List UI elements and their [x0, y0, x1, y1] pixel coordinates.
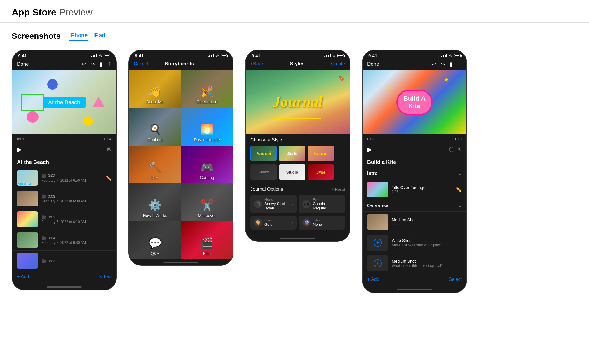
- clip-info-2: 🎥 0:03 February 7, 2022 at 6:00 AM: [41, 194, 111, 203]
- bookmark-icon[interactable]: 🔖: [338, 74, 345, 81]
- intro-section-header[interactable]: Intro ⌄: [363, 168, 466, 179]
- tab-ipad[interactable]: iPad: [93, 32, 105, 41]
- phone-4-build-a-kite: 9:41 ⊜ Done ↩ ↪ ▮: [362, 50, 467, 293]
- app-store-subtitle: Preview: [59, 7, 93, 18]
- sb-celebration[interactable]: 🎉 Celebration: [181, 70, 233, 108]
- sb-label-qa: Q&A: [151, 251, 159, 256]
- create-button[interactable]: Create: [331, 61, 345, 66]
- style-charm[interactable]: Charm: [308, 146, 334, 161]
- sb-makeover[interactable]: ✂️ Makeover: [181, 183, 233, 221]
- back-button[interactable]: ‹ Back: [250, 61, 264, 66]
- share-icon[interactable]: ⇧: [107, 61, 111, 67]
- expand-icon-1[interactable]: ⇱: [107, 146, 111, 153]
- home-bar-4: [397, 289, 432, 290]
- journal-options: Journal Options ↺Reset 🎵 Music Snowy Str…: [250, 183, 345, 230]
- sticker-pink: [27, 111, 39, 123]
- style-active[interactable]: Active: [250, 164, 277, 180]
- play-button-1[interactable]: ▶: [17, 146, 22, 153]
- style-journal[interactable]: Journal: [250, 146, 277, 161]
- sb-diy[interactable]: 🔨 DIY: [129, 146, 181, 183]
- music-value: Snowy Stroll Down...: [264, 202, 290, 210]
- home-bar-1: [47, 286, 82, 288]
- add-button-1[interactable]: + Add: [17, 274, 29, 279]
- sb-qa[interactable]: 💬 Q&A: [129, 221, 181, 259]
- clip-date-3: February 7, 2022 at 6:10 AM: [41, 220, 111, 224]
- clip-list-1: At the Beach 🎥 0:03 February 7, 2022 at …: [12, 168, 116, 271]
- play-button-4[interactable]: ▶: [367, 146, 372, 153]
- intro-edit-icon-1[interactable]: ✏️: [456, 187, 462, 192]
- cancel-button[interactable]: Cancel: [134, 61, 148, 66]
- sb-about-me[interactable]: 👋 About Me: [129, 70, 181, 108]
- intro-clip-duration-1: 0:05: [392, 190, 452, 194]
- status-icons-2: ⊜: [208, 53, 227, 58]
- overview-section-header[interactable]: Overview ⌄: [363, 200, 466, 212]
- expand-icon-4[interactable]: ⇱: [457, 146, 462, 153]
- options-title: Journal Options: [250, 187, 283, 192]
- style-2[interactable]: Burlé: [279, 146, 305, 161]
- clip-thumb-4: [17, 232, 38, 248]
- fullscreen-icon[interactable]: ▮: [100, 61, 102, 67]
- kite-video: Build A Kite ★ ✦: [363, 70, 466, 134]
- style-studio[interactable]: Studio: [279, 164, 305, 180]
- overview-clip-title-2: Wide Shot: [392, 238, 462, 243]
- app-store-title: App Store: [12, 7, 56, 18]
- undo-icon-4[interactable]: ↩: [432, 61, 436, 67]
- clip-meta-5: 🎥 0:03: [41, 259, 111, 263]
- about-me-icon: 👋: [149, 85, 162, 98]
- video-icon-2: 🎥: [41, 194, 46, 199]
- tab-iphone[interactable]: iPhone: [69, 32, 88, 41]
- option-filter[interactable]: 🔮 Filter None ›: [299, 216, 345, 230]
- redo-icon[interactable]: ↪: [90, 61, 95, 67]
- gaming-icon: 🎮: [201, 161, 214, 174]
- phones-row: 9:41 ⊜ Done ↩ ↪ ▮: [12, 50, 577, 293]
- sb-label-diy: DIY: [151, 175, 158, 180]
- star-icon-2: ✦: [386, 85, 391, 92]
- beach-text-label[interactable]: At the Beach: [43, 97, 86, 108]
- color-icon: 🎨: [254, 218, 262, 227]
- signal-bar-2: [93, 55, 94, 57]
- add-button-4[interactable]: + Add: [367, 277, 379, 282]
- undo-icon[interactable]: ↩: [81, 61, 86, 67]
- sb-day-in-life[interactable]: 🌅 Day in the Life: [181, 108, 233, 146]
- reset-button[interactable]: ↺Reset: [332, 187, 345, 192]
- status-time-4: 9:41: [368, 53, 377, 58]
- clip-edit-1[interactable]: ✏️: [106, 175, 111, 181]
- fullscreen-icon-4[interactable]: ▮: [450, 61, 453, 67]
- style-slide[interactable]: Slide: [308, 164, 334, 180]
- timeline-bar-1[interactable]: [27, 139, 101, 139]
- overview-clip-subtitle-2: Show a view of your workspace.: [392, 243, 462, 247]
- redo-icon-4[interactable]: ↪: [441, 61, 445, 67]
- select-button-1[interactable]: Select: [99, 274, 111, 279]
- done-button-1[interactable]: Done: [17, 61, 29, 67]
- option-font[interactable]: Aa Font Canela Regular ›: [299, 195, 345, 213]
- done-button-4[interactable]: Done: [367, 61, 379, 67]
- option-color[interactable]: 🎨 Color Gold ›: [250, 216, 297, 230]
- sb-label-cooking: Cooking: [147, 137, 162, 142]
- clip-duration-4: 0:04: [48, 236, 55, 240]
- time-end-1: 0:24: [104, 137, 111, 141]
- sb-film[interactable]: 🎬 Film: [181, 221, 233, 259]
- home-indicator-1: [12, 284, 116, 290]
- battery-icon-1: [104, 54, 110, 57]
- share-icon-4[interactable]: ⇧: [457, 61, 462, 67]
- storyboards-title: Storyboards: [165, 61, 194, 67]
- video-icon-5: 🎥: [41, 259, 46, 263]
- sb-cooking[interactable]: 🍳 Cooking: [129, 108, 181, 146]
- options-header: Journal Options ↺Reset: [250, 187, 345, 192]
- select-button-4[interactable]: Select: [449, 277, 462, 282]
- screenshots-section: Screenshots iPhone iPad 9:41 ⊜: [0, 23, 589, 302]
- video-timeline-4: 0:02 1:10: [363, 134, 466, 144]
- option-text-filter: Filter None: [313, 218, 338, 227]
- video-icon-3: 🎥: [41, 215, 46, 219]
- sb-how-it-works[interactable]: ⚙️ How It Works: [129, 183, 181, 221]
- sb-gaming[interactable]: 🎮 Gaming: [181, 146, 233, 183]
- music-label: Music: [264, 198, 290, 201]
- info-icon-4[interactable]: ⓘ: [449, 146, 454, 153]
- clip-date-4: February 7, 2022 at 6:30 AM: [41, 241, 111, 245]
- timeline-bar-4[interactable]: [377, 139, 451, 139]
- phone1-bottom: + Add Select: [12, 271, 116, 284]
- clip-info-5: 🎥 0:03: [41, 259, 111, 263]
- how-it-works-icon: ⚙️: [149, 199, 162, 211]
- option-music[interactable]: 🎵 Music Snowy Stroll Down... ›: [250, 195, 297, 213]
- clip-duration-5: 0:03: [48, 259, 55, 263]
